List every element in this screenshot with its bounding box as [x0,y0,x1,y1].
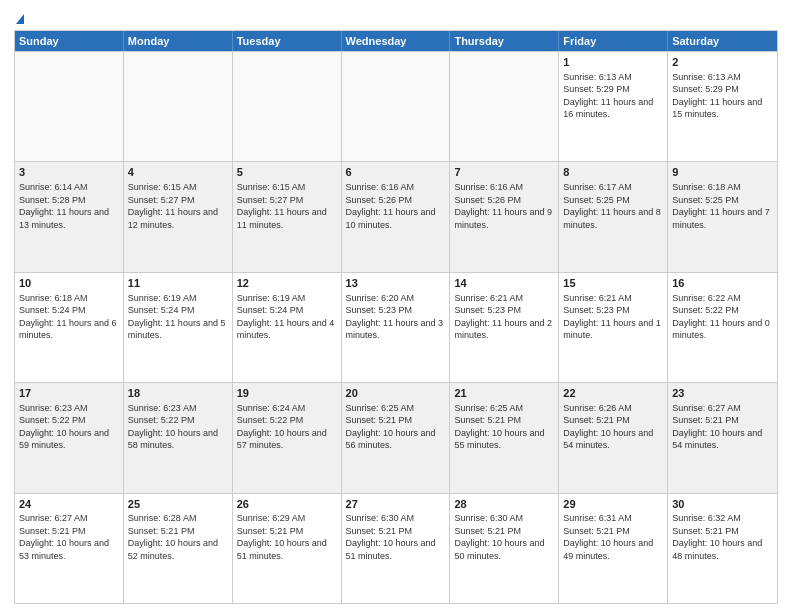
cal-cell: 11Sunrise: 6:19 AM Sunset: 5:24 PM Dayli… [124,273,233,382]
cell-info: Sunrise: 6:22 AM Sunset: 5:22 PM Dayligh… [672,293,770,340]
cal-cell: 1Sunrise: 6:13 AM Sunset: 5:29 PM Daylig… [559,52,668,161]
cell-info: Sunrise: 6:27 AM Sunset: 5:21 PM Dayligh… [672,403,762,450]
cell-info: Sunrise: 6:19 AM Sunset: 5:24 PM Dayligh… [128,293,226,340]
day-number: 20 [346,386,446,401]
day-number: 7 [454,165,554,180]
cell-info: Sunrise: 6:18 AM Sunset: 5:24 PM Dayligh… [19,293,117,340]
cal-cell: 18Sunrise: 6:23 AM Sunset: 5:22 PM Dayli… [124,383,233,492]
cell-info: Sunrise: 6:23 AM Sunset: 5:22 PM Dayligh… [128,403,218,450]
cal-cell: 4Sunrise: 6:15 AM Sunset: 5:27 PM Daylig… [124,162,233,271]
cell-info: Sunrise: 6:16 AM Sunset: 5:26 PM Dayligh… [454,182,552,229]
day-number: 12 [237,276,337,291]
day-number: 22 [563,386,663,401]
cell-info: Sunrise: 6:25 AM Sunset: 5:21 PM Dayligh… [454,403,544,450]
calendar: SundayMondayTuesdayWednesdayThursdayFrid… [14,30,778,604]
cal-cell: 17Sunrise: 6:23 AM Sunset: 5:22 PM Dayli… [15,383,124,492]
cal-row-0: 1Sunrise: 6:13 AM Sunset: 5:29 PM Daylig… [15,51,777,161]
cal-cell: 16Sunrise: 6:22 AM Sunset: 5:22 PM Dayli… [668,273,777,382]
cal-cell: 6Sunrise: 6:16 AM Sunset: 5:26 PM Daylig… [342,162,451,271]
day-number: 5 [237,165,337,180]
cell-info: Sunrise: 6:18 AM Sunset: 5:25 PM Dayligh… [672,182,770,229]
cal-cell: 21Sunrise: 6:25 AM Sunset: 5:21 PM Dayli… [450,383,559,492]
cal-row-3: 17Sunrise: 6:23 AM Sunset: 5:22 PM Dayli… [15,382,777,492]
cal-cell [15,52,124,161]
cal-cell: 24Sunrise: 6:27 AM Sunset: 5:21 PM Dayli… [15,494,124,603]
day-number: 15 [563,276,663,291]
cell-info: Sunrise: 6:32 AM Sunset: 5:21 PM Dayligh… [672,513,762,560]
cal-cell: 5Sunrise: 6:15 AM Sunset: 5:27 PM Daylig… [233,162,342,271]
cal-cell [450,52,559,161]
cal-cell: 2Sunrise: 6:13 AM Sunset: 5:29 PM Daylig… [668,52,777,161]
day-number: 18 [128,386,228,401]
cell-info: Sunrise: 6:15 AM Sunset: 5:27 PM Dayligh… [128,182,218,229]
cell-info: Sunrise: 6:25 AM Sunset: 5:21 PM Dayligh… [346,403,436,450]
cal-row-2: 10Sunrise: 6:18 AM Sunset: 5:24 PM Dayli… [15,272,777,382]
cell-info: Sunrise: 6:31 AM Sunset: 5:21 PM Dayligh… [563,513,653,560]
day-number: 28 [454,497,554,512]
cal-cell: 29Sunrise: 6:31 AM Sunset: 5:21 PM Dayli… [559,494,668,603]
cal-cell: 22Sunrise: 6:26 AM Sunset: 5:21 PM Dayli… [559,383,668,492]
cell-info: Sunrise: 6:21 AM Sunset: 5:23 PM Dayligh… [563,293,661,340]
day-number: 21 [454,386,554,401]
cal-cell: 10Sunrise: 6:18 AM Sunset: 5:24 PM Dayli… [15,273,124,382]
cell-info: Sunrise: 6:30 AM Sunset: 5:21 PM Dayligh… [346,513,436,560]
cal-cell: 26Sunrise: 6:29 AM Sunset: 5:21 PM Dayli… [233,494,342,603]
cal-cell: 15Sunrise: 6:21 AM Sunset: 5:23 PM Dayli… [559,273,668,382]
day-number: 2 [672,55,773,70]
cell-info: Sunrise: 6:16 AM Sunset: 5:26 PM Dayligh… [346,182,436,229]
cal-header-friday: Friday [559,31,668,51]
logo [14,10,24,24]
cal-cell: 12Sunrise: 6:19 AM Sunset: 5:24 PM Dayli… [233,273,342,382]
header [14,10,778,24]
day-number: 14 [454,276,554,291]
day-number: 3 [19,165,119,180]
day-number: 6 [346,165,446,180]
day-number: 11 [128,276,228,291]
day-number: 29 [563,497,663,512]
day-number: 30 [672,497,773,512]
day-number: 24 [19,497,119,512]
calendar-header: SundayMondayTuesdayWednesdayThursdayFrid… [15,31,777,51]
cal-cell: 7Sunrise: 6:16 AM Sunset: 5:26 PM Daylig… [450,162,559,271]
cal-header-thursday: Thursday [450,31,559,51]
cal-cell: 28Sunrise: 6:30 AM Sunset: 5:21 PM Dayli… [450,494,559,603]
cell-info: Sunrise: 6:24 AM Sunset: 5:22 PM Dayligh… [237,403,327,450]
day-number: 8 [563,165,663,180]
cell-info: Sunrise: 6:13 AM Sunset: 5:29 PM Dayligh… [672,72,762,119]
cell-info: Sunrise: 6:15 AM Sunset: 5:27 PM Dayligh… [237,182,327,229]
cal-cell [124,52,233,161]
cal-cell: 23Sunrise: 6:27 AM Sunset: 5:21 PM Dayli… [668,383,777,492]
cal-cell: 14Sunrise: 6:21 AM Sunset: 5:23 PM Dayli… [450,273,559,382]
day-number: 25 [128,497,228,512]
cal-header-saturday: Saturday [668,31,777,51]
cal-cell: 27Sunrise: 6:30 AM Sunset: 5:21 PM Dayli… [342,494,451,603]
cell-info: Sunrise: 6:23 AM Sunset: 5:22 PM Dayligh… [19,403,109,450]
cal-row-4: 24Sunrise: 6:27 AM Sunset: 5:21 PM Dayli… [15,493,777,603]
cal-cell: 25Sunrise: 6:28 AM Sunset: 5:21 PM Dayli… [124,494,233,603]
cal-cell [342,52,451,161]
cell-info: Sunrise: 6:27 AM Sunset: 5:21 PM Dayligh… [19,513,109,560]
cal-cell: 3Sunrise: 6:14 AM Sunset: 5:28 PM Daylig… [15,162,124,271]
day-number: 9 [672,165,773,180]
calendar-body: 1Sunrise: 6:13 AM Sunset: 5:29 PM Daylig… [15,51,777,603]
page: SundayMondayTuesdayWednesdayThursdayFrid… [0,0,792,612]
day-number: 4 [128,165,228,180]
cell-info: Sunrise: 6:28 AM Sunset: 5:21 PM Dayligh… [128,513,218,560]
day-number: 13 [346,276,446,291]
cell-info: Sunrise: 6:21 AM Sunset: 5:23 PM Dayligh… [454,293,552,340]
cal-header-wednesday: Wednesday [342,31,451,51]
cal-cell: 20Sunrise: 6:25 AM Sunset: 5:21 PM Dayli… [342,383,451,492]
day-number: 10 [19,276,119,291]
cell-info: Sunrise: 6:19 AM Sunset: 5:24 PM Dayligh… [237,293,335,340]
cal-cell: 30Sunrise: 6:32 AM Sunset: 5:21 PM Dayli… [668,494,777,603]
day-number: 27 [346,497,446,512]
cal-cell: 13Sunrise: 6:20 AM Sunset: 5:23 PM Dayli… [342,273,451,382]
day-number: 1 [563,55,663,70]
cell-info: Sunrise: 6:20 AM Sunset: 5:23 PM Dayligh… [346,293,444,340]
cal-row-1: 3Sunrise: 6:14 AM Sunset: 5:28 PM Daylig… [15,161,777,271]
cell-info: Sunrise: 6:14 AM Sunset: 5:28 PM Dayligh… [19,182,109,229]
cell-info: Sunrise: 6:26 AM Sunset: 5:21 PM Dayligh… [563,403,653,450]
day-number: 17 [19,386,119,401]
cal-cell [233,52,342,161]
cal-header-tuesday: Tuesday [233,31,342,51]
